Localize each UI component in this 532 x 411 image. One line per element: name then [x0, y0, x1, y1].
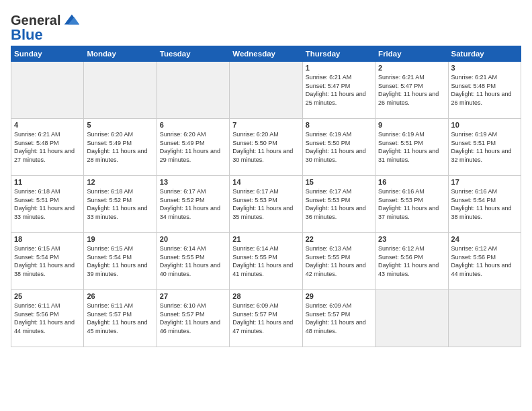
day-number: 9	[378, 121, 445, 129]
calendar-cell: 9Sunrise: 6:19 AMSunset: 5:51 PMDaylight…	[375, 119, 448, 176]
day-number: 17	[451, 178, 518, 186]
day-info: Sunrise: 6:21 AMSunset: 5:47 PMDaylight:…	[378, 73, 445, 107]
week-row-2: 11Sunrise: 6:18 AMSunset: 5:51 PMDayligh…	[11, 176, 521, 233]
calendar-cell: 12Sunrise: 6:18 AMSunset: 5:52 PMDayligh…	[84, 176, 157, 233]
day-number: 15	[306, 178, 372, 186]
day-info: Sunrise: 6:09 AMSunset: 5:57 PMDaylight:…	[232, 302, 299, 335]
day-number: 7	[232, 121, 299, 129]
day-number: 26	[87, 292, 153, 300]
header-friday: Friday	[375, 46, 448, 62]
calendar-cell: 3Sunrise: 6:21 AMSunset: 5:48 PMDaylight…	[448, 62, 521, 119]
day-number: 5	[87, 121, 153, 129]
calendar-cell: 25Sunrise: 6:11 AMSunset: 5:56 PMDayligh…	[11, 290, 84, 347]
logo-icon	[62, 11, 81, 30]
day-info: Sunrise: 6:18 AMSunset: 5:51 PMDaylight:…	[14, 187, 81, 221]
day-info: Sunrise: 6:13 AMSunset: 5:55 PMDaylight:…	[306, 244, 372, 278]
day-number: 29	[306, 292, 372, 300]
calendar-cell: 4Sunrise: 6:21 AMSunset: 5:48 PMDaylight…	[11, 119, 84, 176]
header-saturday: Saturday	[448, 46, 521, 62]
day-info: Sunrise: 6:20 AMSunset: 5:49 PMDaylight:…	[87, 130, 153, 164]
week-row-1: 4Sunrise: 6:21 AMSunset: 5:48 PMDaylight…	[11, 119, 521, 176]
header-tuesday: Tuesday	[157, 46, 229, 62]
calendar-cell: 22Sunrise: 6:13 AMSunset: 5:55 PMDayligh…	[302, 233, 375, 290]
day-info: Sunrise: 6:21 AMSunset: 5:48 PMDaylight:…	[451, 73, 518, 107]
calendar-cell: 29Sunrise: 6:09 AMSunset: 5:57 PMDayligh…	[302, 290, 375, 347]
day-number: 1	[306, 64, 372, 72]
calendar-body: 1Sunrise: 6:21 AMSunset: 5:47 PMDaylight…	[11, 62, 521, 347]
day-info: Sunrise: 6:21 AMSunset: 5:47 PMDaylight:…	[306, 73, 372, 107]
calendar-cell: 14Sunrise: 6:17 AMSunset: 5:53 PMDayligh…	[230, 176, 302, 233]
day-info: Sunrise: 6:11 AMSunset: 5:56 PMDaylight:…	[14, 302, 81, 335]
day-number: 8	[306, 121, 372, 129]
calendar-cell: 21Sunrise: 6:14 AMSunset: 5:55 PMDayligh…	[230, 233, 302, 290]
header-wednesday: Wednesday	[230, 46, 302, 62]
calendar-cell	[84, 62, 157, 119]
day-number: 4	[14, 121, 81, 129]
day-info: Sunrise: 6:19 AMSunset: 5:51 PMDaylight:…	[378, 130, 445, 164]
day-number: 19	[87, 235, 153, 243]
calendar-cell: 5Sunrise: 6:20 AMSunset: 5:49 PMDaylight…	[84, 119, 157, 176]
week-row-4: 25Sunrise: 6:11 AMSunset: 5:56 PMDayligh…	[11, 290, 521, 347]
day-info: Sunrise: 6:15 AMSunset: 5:54 PMDaylight:…	[14, 244, 81, 278]
logo: General Blue	[11, 11, 81, 43]
day-number: 20	[160, 235, 226, 243]
calendar-cell: 26Sunrise: 6:11 AMSunset: 5:57 PMDayligh…	[84, 290, 157, 347]
calendar-cell: 11Sunrise: 6:18 AMSunset: 5:51 PMDayligh…	[11, 176, 84, 233]
week-row-3: 18Sunrise: 6:15 AMSunset: 5:54 PMDayligh…	[11, 233, 521, 290]
day-info: Sunrise: 6:20 AMSunset: 5:49 PMDaylight:…	[160, 130, 226, 164]
day-number: 2	[378, 64, 445, 72]
day-number: 21	[232, 235, 299, 243]
day-info: Sunrise: 6:15 AMSunset: 5:54 PMDaylight:…	[87, 244, 153, 278]
day-number: 18	[14, 235, 81, 243]
day-info: Sunrise: 6:10 AMSunset: 5:57 PMDaylight:…	[160, 302, 226, 335]
calendar-cell: 7Sunrise: 6:20 AMSunset: 5:50 PMDaylight…	[230, 119, 302, 176]
calendar-cell: 15Sunrise: 6:17 AMSunset: 5:53 PMDayligh…	[302, 176, 375, 233]
day-info: Sunrise: 6:18 AMSunset: 5:52 PMDaylight:…	[87, 187, 153, 221]
calendar-cell: 13Sunrise: 6:17 AMSunset: 5:52 PMDayligh…	[157, 176, 229, 233]
day-number: 6	[160, 121, 226, 129]
calendar-cell: 18Sunrise: 6:15 AMSunset: 5:54 PMDayligh…	[11, 233, 84, 290]
calendar-cell	[11, 62, 84, 119]
day-number: 11	[14, 178, 81, 186]
day-info: Sunrise: 6:11 AMSunset: 5:57 PMDaylight:…	[87, 302, 153, 335]
day-info: Sunrise: 6:12 AMSunset: 5:56 PMDaylight:…	[378, 244, 445, 278]
calendar-cell: 28Sunrise: 6:09 AMSunset: 5:57 PMDayligh…	[230, 290, 302, 347]
day-number: 13	[160, 178, 226, 186]
day-info: Sunrise: 6:14 AMSunset: 5:55 PMDaylight:…	[232, 244, 299, 278]
calendar-cell: 27Sunrise: 6:10 AMSunset: 5:57 PMDayligh…	[157, 290, 229, 347]
calendar-cell	[448, 290, 521, 347]
day-number: 25	[14, 292, 81, 300]
calendar-cell: 17Sunrise: 6:16 AMSunset: 5:54 PMDayligh…	[448, 176, 521, 233]
day-info: Sunrise: 6:17 AMSunset: 5:53 PMDaylight:…	[306, 187, 372, 221]
calendar-cell: 19Sunrise: 6:15 AMSunset: 5:54 PMDayligh…	[84, 233, 157, 290]
calendar-cell: 24Sunrise: 6:12 AMSunset: 5:56 PMDayligh…	[448, 233, 521, 290]
day-number: 12	[87, 178, 153, 186]
day-number: 23	[378, 235, 445, 243]
header-sunday: Sunday	[11, 46, 84, 62]
day-number: 22	[306, 235, 372, 243]
calendar-cell: 8Sunrise: 6:19 AMSunset: 5:50 PMDaylight…	[302, 119, 375, 176]
day-info: Sunrise: 6:17 AMSunset: 5:53 PMDaylight:…	[232, 187, 299, 221]
calendar-cell: 20Sunrise: 6:14 AMSunset: 5:55 PMDayligh…	[157, 233, 229, 290]
day-info: Sunrise: 6:21 AMSunset: 5:48 PMDaylight:…	[14, 130, 81, 164]
calendar-cell: 2Sunrise: 6:21 AMSunset: 5:47 PMDaylight…	[375, 62, 448, 119]
day-number: 3	[451, 64, 518, 72]
calendar-cell: 1Sunrise: 6:21 AMSunset: 5:47 PMDaylight…	[302, 62, 375, 119]
day-number: 10	[451, 121, 518, 129]
day-info: Sunrise: 6:19 AMSunset: 5:50 PMDaylight:…	[306, 130, 372, 164]
calendar-cell: 6Sunrise: 6:20 AMSunset: 5:49 PMDaylight…	[157, 119, 229, 176]
day-number: 27	[160, 292, 226, 300]
day-number: 28	[232, 292, 299, 300]
page-header: General Blue	[11, 11, 521, 43]
day-info: Sunrise: 6:09 AMSunset: 5:57 PMDaylight:…	[306, 302, 372, 335]
calendar-cell	[375, 290, 448, 347]
logo-blue-text: Blue	[11, 27, 43, 43]
calendar-header-row: SundayMondayTuesdayWednesdayThursdayFrid…	[11, 46, 521, 62]
day-info: Sunrise: 6:17 AMSunset: 5:52 PMDaylight:…	[160, 187, 226, 221]
header-thursday: Thursday	[302, 46, 375, 62]
day-info: Sunrise: 6:16 AMSunset: 5:53 PMDaylight:…	[378, 187, 445, 221]
week-row-0: 1Sunrise: 6:21 AMSunset: 5:47 PMDaylight…	[11, 62, 521, 119]
header-monday: Monday	[84, 46, 157, 62]
calendar-cell: 23Sunrise: 6:12 AMSunset: 5:56 PMDayligh…	[375, 233, 448, 290]
day-info: Sunrise: 6:19 AMSunset: 5:51 PMDaylight:…	[451, 130, 518, 164]
